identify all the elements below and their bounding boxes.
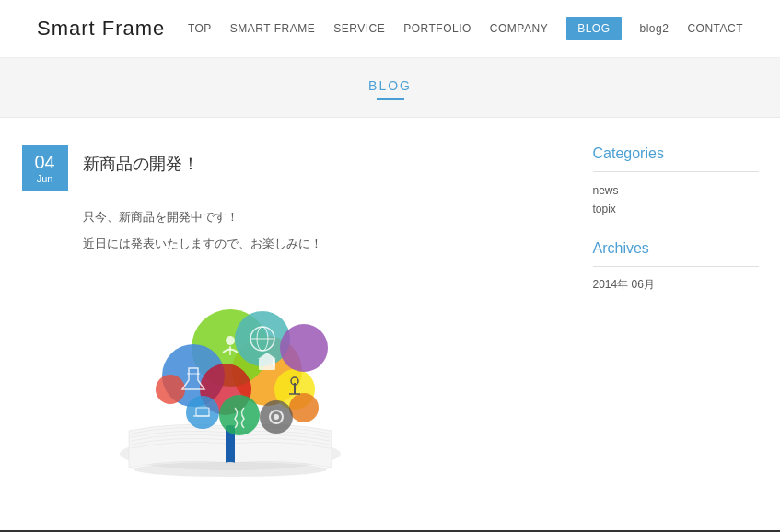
sidebar-archives-list: 2014年 06月	[593, 276, 759, 293]
post-body: 只今、新商品を開発中です！ 近日には発表いたしますので、お楽しみに！	[22, 206, 556, 260]
sidebar: Categories newstopix Archives 2014年 06月	[593, 145, 759, 493]
post-date-box: 04 Jun	[22, 145, 68, 191]
nav-item-contact[interactable]: CONTACT	[687, 22, 743, 35]
sidebar-archives-divider	[593, 266, 759, 267]
svg-point-13	[156, 375, 185, 404]
nav-item-portfolio[interactable]: PORTFOLIO	[403, 22, 471, 35]
sidebar-archive-2014年 06月[interactable]: 2014年 06月	[593, 278, 655, 291]
post-body-line2: 近日には発表いたしますので、お楽しみに！	[83, 233, 556, 254]
sidebar-category-topix[interactable]: topix	[593, 200, 759, 218]
post-image-container	[22, 279, 556, 493]
svg-point-8	[280, 324, 328, 372]
svg-point-24	[274, 414, 279, 420]
sidebar-category-news[interactable]: news	[593, 181, 759, 200]
post-body-line1: 只今、新商品を開発中です！	[83, 206, 556, 227]
nav-item-company[interactable]: COMPANY	[490, 22, 548, 35]
main: 04 Jun 新商品の開発！ 只今、新商品を開発中です！ 近日には発表いたします…	[4, 145, 777, 493]
header: Smart Frame TOPSMART FRAMESERVICEPORTFOL…	[0, 0, 780, 58]
nav-item-service[interactable]: SERVICE	[333, 22, 385, 35]
nav-item-blog[interactable]: BLOG	[566, 17, 621, 40]
svg-point-9	[289, 393, 319, 422]
svg-point-1	[134, 462, 327, 477]
blog-post: 04 Jun 新商品の開発！ 只今、新商品を開発中です！ 近日には発表いたします…	[22, 145, 556, 493]
page-title-bar: BLOG	[0, 58, 780, 118]
post-date-day: 04	[33, 153, 57, 171]
post-header: 04 Jun 新商品の開発！	[22, 145, 556, 191]
nav-item-top[interactable]: TOP	[188, 22, 212, 35]
sidebar-categories-heading: Categories	[593, 145, 759, 162]
post-image	[83, 279, 378, 491]
sidebar-categories-list: newstopix	[593, 181, 759, 218]
page-title: BLOG	[0, 78, 780, 93]
post-title: 新商品の開発！	[83, 153, 199, 175]
sidebar-categories-divider	[593, 171, 759, 172]
svg-rect-16	[273, 359, 274, 366]
svg-point-11	[186, 396, 219, 429]
sidebar-archives-section: Archives 2014年 06月	[593, 240, 759, 293]
nav-item-blog2[interactable]: blog2	[640, 22, 669, 35]
nav: TOPSMART FRAMESERVICEPORTFOLIOCOMPANYBLO…	[188, 17, 743, 40]
logo: Smart Frame	[37, 17, 165, 40]
nav-item-smart-frame[interactable]: SMART FRAME	[230, 22, 315, 35]
svg-point-10	[219, 395, 260, 435]
sidebar-archives-heading: Archives	[593, 240, 759, 257]
page-title-underline	[377, 98, 404, 100]
blog-content: 04 Jun 新商品の開発！ 只今、新商品を開発中です！ 近日には発表いたします…	[22, 145, 556, 493]
post-date-month: Jun	[33, 173, 57, 184]
sidebar-categories-section: Categories newstopix	[593, 145, 759, 218]
svg-point-21	[226, 336, 235, 345]
